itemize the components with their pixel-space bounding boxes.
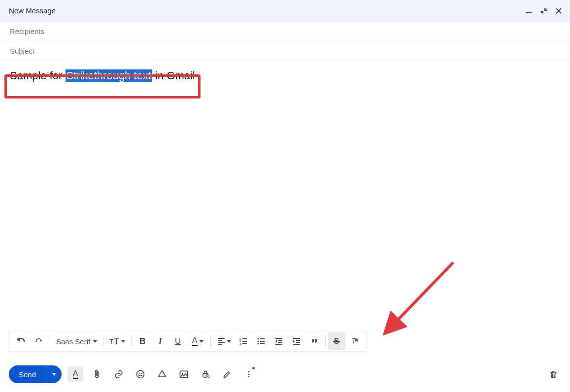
fullscreen-exit-button[interactable] [538,5,549,16]
svg-point-17 [139,373,140,374]
discard-draft-button[interactable] [545,366,561,382]
chevron-down-icon [93,340,97,343]
svg-point-18 [141,373,142,374]
svg-marker-9 [275,340,277,343]
chevron-down-icon [227,340,231,343]
text-color-button[interactable]: A [187,332,208,350]
undo-button[interactable] [12,332,30,350]
body-text-line[interactable]: Sample for Strikethrough text in Gmail [9,68,561,84]
more-options-button[interactable] [241,366,257,382]
subject-input[interactable] [9,46,561,56]
svg-point-23 [248,371,250,373]
svg-point-24 [248,374,250,375]
compose-header: New Message [0,0,570,22]
confidential-mode-button[interactable] [198,366,213,382]
chevron-down-icon [52,373,56,376]
font-size-button[interactable]: TT [105,332,129,350]
insert-photo-button[interactable] [176,366,192,382]
strikethrough-button[interactable]: S [328,332,345,350]
bottom-left-actions: Send A [9,365,257,383]
toolbar-separator [50,335,50,347]
send-button[interactable]: Send [9,365,46,383]
chevron-down-icon [200,340,203,343]
notification-dot-icon [252,367,255,369]
svg-point-25 [248,376,250,378]
compose-window: New Message Sample for Strikethrough tex… [0,0,570,392]
svg-rect-0 [526,12,532,13]
svg-point-7 [258,341,259,342]
remove-formatting-button[interactable]: T [345,332,363,350]
font-family-label: Sans Serif [56,337,90,346]
body-text-before: Sample for [10,69,66,82]
chevron-down-icon [121,340,125,343]
toolbar-separator [210,335,211,347]
recipients-field[interactable] [0,22,570,41]
bottom-action-bar: Send A [9,365,561,383]
compose-title: New Message [9,6,56,15]
recipients-input[interactable] [9,27,561,36]
body-text-after: in Gmail [152,69,195,82]
quote-button[interactable] [305,332,323,350]
subject-field[interactable] [0,41,570,61]
close-button[interactable] [553,5,564,16]
indent-less-button[interactable] [270,332,288,350]
body-selected-strikethrough[interactable]: Strikethrough text [66,69,152,82]
indent-more-button[interactable] [288,332,305,350]
svg-point-20 [182,373,183,374]
svg-point-6 [258,338,259,340]
svg-marker-2 [40,339,42,342]
svg-text:3: 3 [239,342,241,345]
bulleted-list-button[interactable] [252,332,270,350]
svg-point-8 [258,343,259,345]
toolbar-separator [103,335,103,347]
insert-emoji-button[interactable] [133,366,148,382]
insert-link-button[interactable] [111,366,127,382]
italic-button[interactable]: I [151,332,169,350]
svg-marker-10 [293,340,295,343]
font-family-select[interactable]: Sans Serif [52,337,101,346]
send-button-group: Send [9,365,62,383]
underline-button[interactable]: U [169,332,187,350]
toolbar-separator [325,335,326,347]
attach-file-button[interactable] [89,366,105,382]
redo-button[interactable] [30,332,48,350]
toolbar-separator [131,335,132,347]
svg-point-16 [137,371,144,378]
send-more-button[interactable] [46,365,62,383]
insert-signature-button[interactable] [219,366,235,382]
formatting-options-button[interactable]: A [67,366,83,382]
minimize-button[interactable] [524,5,535,16]
align-button[interactable] [213,332,235,350]
drive-attachment-button[interactable] [154,366,170,382]
bold-button[interactable]: B [134,332,151,350]
window-controls [524,5,564,16]
numbered-list-button[interactable]: 123 [235,332,252,350]
formatting-toolbar: Sans Serif TT B I U A 123 [9,331,367,352]
